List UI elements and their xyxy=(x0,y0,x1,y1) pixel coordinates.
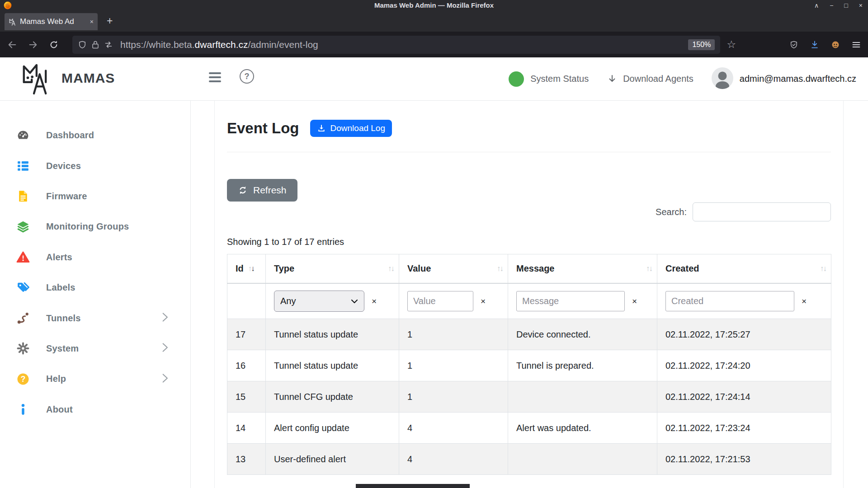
sidebar: Dashboard Devices Firmware Monitoring Gr… xyxy=(0,100,191,488)
app-header: MAMAS ? System Status Download Agents ad… xyxy=(0,57,868,101)
sidebar-item-tunnels[interactable]: Tunnels xyxy=(0,303,190,333)
created-filter-input[interactable] xyxy=(665,291,794,311)
cell-value: 1 xyxy=(399,319,508,350)
lock-icon[interactable] xyxy=(91,40,99,49)
user-email[interactable]: admin@mamas.dwarftech.cz xyxy=(740,74,856,84)
sidebar-item-about[interactable]: About xyxy=(0,394,190,425)
clear-type-filter-button[interactable]: × xyxy=(372,297,377,305)
sidebar-item-dashboard[interactable]: Dashboard xyxy=(0,120,190,150)
table-row[interactable]: 16 Tunnel status update 1 Tunnel is prep… xyxy=(227,350,831,381)
sidebar-item-alerts[interactable]: Alerts xyxy=(0,242,190,272)
app-menu-button[interactable] xyxy=(852,41,861,49)
sidebar-item-monitoring-groups[interactable]: Monitoring Groups xyxy=(0,211,190,242)
clear-message-filter-button[interactable]: × xyxy=(632,297,637,305)
column-header-message[interactable]: Message↑↓ xyxy=(508,254,657,284)
reload-button[interactable] xyxy=(49,40,59,50)
table-row[interactable]: 15 Tunnel CFG update 1 02.11.2022, 17:24… xyxy=(227,381,831,413)
window-minimize-icon[interactable]: − xyxy=(830,1,833,10)
download-log-label: Download Log xyxy=(330,123,385,133)
table-row[interactable]: 14 Alert config update 4 Alert was updat… xyxy=(227,413,831,444)
sidebar-item-firmware[interactable]: Firmware xyxy=(0,181,190,211)
protection-shield-button[interactable] xyxy=(789,40,798,49)
download-log-button[interactable]: Download Log xyxy=(310,120,392,137)
value-filter-input[interactable] xyxy=(407,291,473,311)
sidebar-item-system[interactable]: System xyxy=(0,333,190,364)
brand-name: MAMAS xyxy=(61,70,115,86)
browser-tabbar: Mamas Web Ad × + xyxy=(0,11,868,32)
sort-icons[interactable]: ↑↓ xyxy=(646,264,651,273)
cell-message xyxy=(508,381,657,413)
column-header-value[interactable]: Value↑↓ xyxy=(399,254,508,284)
search-label: Search: xyxy=(656,207,687,217)
cell-id: 13 xyxy=(227,444,266,475)
sidebar-item-label: System xyxy=(46,343,79,354)
column-header-type[interactable]: Type↑↓ xyxy=(266,254,399,284)
browser-titlebar: Mamas Web Admin — Mozilla Firefox ∧ − □ … xyxy=(0,0,868,11)
sidebar-toggle-button[interactable] xyxy=(209,72,221,84)
content-card: Event Log Download Log Refresh Search: S… xyxy=(214,94,844,488)
window-close-icon[interactable]: × xyxy=(859,1,863,10)
cell-id: 17 xyxy=(227,319,266,350)
refresh-button[interactable]: Refresh xyxy=(227,179,297,202)
filter-cell-created: × xyxy=(657,283,831,319)
search-input[interactable] xyxy=(693,202,831,221)
cell-type: Tunnel status update xyxy=(266,350,399,381)
cell-message: Tunnel is prepared. xyxy=(508,350,657,381)
sidebar-item-devices[interactable]: Devices xyxy=(0,150,190,181)
sidebar-item-label: Help xyxy=(46,374,66,384)
tab-close-icon[interactable]: × xyxy=(90,18,94,25)
sidebar-item-label: Labels xyxy=(46,282,75,293)
downloads-button[interactable] xyxy=(810,40,819,49)
zoom-level-badge[interactable]: 150% xyxy=(688,39,715,50)
help-icon[interactable]: ? xyxy=(240,69,254,84)
cell-value: 1 xyxy=(399,381,508,413)
url-bar[interactable]: https://white.beta.dwarftech.cz/admin/ev… xyxy=(72,36,720,54)
clear-created-filter-button[interactable]: × xyxy=(802,297,807,305)
browser-tab[interactable]: Mamas Web Ad × xyxy=(5,13,98,30)
alert-triangle-icon xyxy=(16,250,30,264)
cell-value: 4 xyxy=(399,413,508,444)
system-status-indicator[interactable] xyxy=(509,71,524,87)
sidebar-item-label: Devices xyxy=(46,161,81,171)
window-maximize-icon[interactable]: □ xyxy=(844,1,848,10)
sidebar-item-labels[interactable]: Labels xyxy=(0,272,190,303)
sidebar-item-label: About xyxy=(46,404,73,415)
back-button[interactable] xyxy=(7,40,17,50)
tab-title: Mamas Web Ad xyxy=(20,17,74,26)
clear-value-filter-button[interactable]: × xyxy=(481,297,486,305)
sidebar-item-help[interactable]: ? Help xyxy=(0,364,190,394)
forward-button[interactable] xyxy=(28,40,38,50)
url-text: https://white.beta.dwarftech.cz/admin/ev… xyxy=(120,39,318,50)
sort-icons[interactable]: ↑↓ xyxy=(497,264,502,273)
cell-type: Tunnel CFG update xyxy=(266,381,399,413)
type-filter-select[interactable]: Any xyxy=(274,291,364,312)
cell-created: 02.11.2022, 17:25:27 xyxy=(657,319,831,350)
system-status-label[interactable]: System Status xyxy=(530,74,589,84)
tracking-shield-icon[interactable] xyxy=(78,40,87,49)
filter-cell-message: × xyxy=(508,283,657,319)
bookmark-star-icon[interactable]: ☆ xyxy=(726,38,736,51)
route-icon xyxy=(16,311,30,325)
permissions-icon[interactable] xyxy=(104,41,113,49)
event-log-table: Id↑↓ Type↑↓ Value↑↓ Message↑↓ Created↑↓ … xyxy=(227,254,831,475)
avatar[interactable] xyxy=(712,67,733,91)
page: MAMAS ? System Status Download Agents ad… xyxy=(0,57,868,488)
table-row[interactable]: 17 Tunnel status update 1 Device connect… xyxy=(227,319,831,350)
column-header-id[interactable]: Id↑↓ xyxy=(227,254,266,284)
sort-icons[interactable]: ↑↓ xyxy=(388,264,393,273)
table-row[interactable]: 13 User-defined alert 4 02.11.2022, 17:2… xyxy=(227,444,831,475)
table-header-row: Id↑↓ Type↑↓ Value↑↓ Message↑↓ Created↑↓ xyxy=(227,254,831,284)
column-header-created[interactable]: Created↑↓ xyxy=(657,254,831,284)
cell-created: 02.11.2022, 17:24:20 xyxy=(657,350,831,381)
message-filter-input[interactable] xyxy=(516,291,625,311)
sort-icons[interactable]: ↑↓ xyxy=(248,264,254,273)
brand[interactable]: MAMAS xyxy=(21,61,115,96)
extension-button[interactable] xyxy=(831,40,840,49)
cell-created: 02.11.2022, 17:21:53 xyxy=(657,444,831,475)
cell-value: 1 xyxy=(399,350,508,381)
window-restore-down-icon[interactable]: ∧ xyxy=(814,1,819,10)
sort-icons[interactable]: ↑↓ xyxy=(820,264,826,273)
sidebar-item-label: Dashboard xyxy=(46,130,94,141)
download-agents-label[interactable]: Download Agents xyxy=(623,74,693,84)
new-tab-button[interactable]: + xyxy=(107,15,113,27)
